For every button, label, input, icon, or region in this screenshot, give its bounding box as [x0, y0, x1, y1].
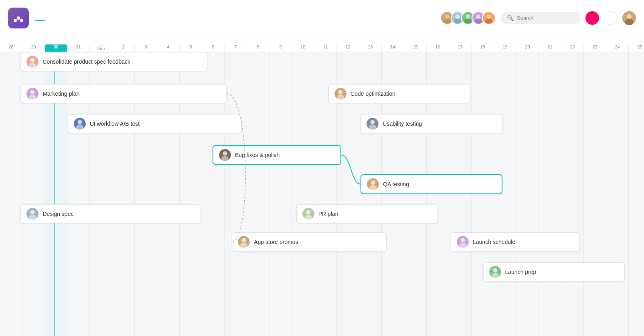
svg-point-33: [337, 95, 344, 100]
task-card-task-3[interactable]: UI workflow A/B test: [68, 114, 242, 133]
svg-point-7: [466, 14, 470, 19]
task-label-task-7: Usability testing: [383, 121, 422, 127]
task-card-task-7[interactable]: Usability testing: [360, 114, 502, 133]
svg-point-20: [30, 90, 35, 95]
date-cell-12: 12: [337, 44, 359, 52]
date-cell-22: 22: [561, 44, 584, 52]
svg-point-32: [338, 90, 343, 95]
task-card-task-10[interactable]: App store promos: [232, 232, 386, 251]
task-card-task-11[interactable]: Launch schedule: [451, 232, 579, 251]
date-cell-29: 29: [22, 44, 45, 52]
svg-point-5: [456, 14, 460, 19]
svg-point-30: [369, 185, 377, 190]
grid-col-7: [225, 52, 247, 336]
svg-point-10: [475, 18, 482, 23]
svg-point-4: [444, 18, 451, 23]
task-avatar-task-10: [238, 236, 250, 248]
task-avatar-task-12: [489, 266, 501, 278]
tab-more[interactable]: [103, 17, 112, 21]
date-cell-5: 5: [180, 44, 202, 52]
grid-col-24: [606, 52, 629, 336]
svg-point-21: [29, 95, 36, 100]
date-cell-20: 20: [516, 44, 539, 52]
tab-forms[interactable]: [91, 17, 101, 21]
task-card-task-4[interactable]: Bug fixes & polish: [213, 145, 341, 165]
date-cell-30: 30: [45, 44, 67, 52]
tab-timeline[interactable]: [35, 17, 45, 21]
svg-point-29: [371, 181, 375, 185]
task-card-task-1[interactable]: Consolidate product spec feedback: [20, 52, 207, 71]
task-label-task-1: Consolidate product spec feedback: [43, 58, 130, 65]
task-card-task-9[interactable]: PR plan: [296, 204, 438, 223]
svg-point-42: [305, 215, 312, 220]
svg-point-11: [487, 14, 491, 19]
task-label-task-8: Design spec: [43, 211, 73, 217]
svg-point-1: [14, 19, 17, 22]
task-label-task-12: Launch prep: [505, 269, 537, 275]
date-cell-10: 10: [292, 44, 314, 52]
svg-point-9: [476, 14, 481, 19]
task-avatar-task-7: [367, 118, 379, 130]
task-label-task-2: Marketing plan: [43, 91, 79, 97]
date-cell-9: 9: [269, 44, 292, 52]
svg-point-8: [464, 18, 472, 23]
task-avatar-task-6: [334, 88, 346, 100]
grid-col-22: [561, 52, 584, 336]
nav-tabs: [35, 17, 434, 21]
tab-calendar[interactable]: [69, 17, 79, 21]
task-avatar-task-5: [367, 178, 379, 190]
avatar-5[interactable]: [482, 11, 496, 25]
task-label-task-4: Bug fixes & polish: [235, 152, 279, 158]
date-cell-21: 21: [539, 44, 561, 52]
add-button[interactable]: [585, 11, 599, 25]
task-avatar-task-9: [302, 208, 314, 220]
search-box[interactable]: 🔍: [500, 12, 581, 24]
tab-progress[interactable]: [80, 17, 90, 21]
search-icon: 🔍: [507, 15, 514, 21]
svg-point-12: [485, 18, 492, 23]
svg-point-27: [221, 156, 229, 161]
task-label-task-10: App store promos: [254, 239, 298, 245]
user-avatar[interactable]: [622, 11, 636, 25]
date-cell-23: 23: [584, 44, 606, 52]
app-logo[interactable]: [8, 8, 29, 28]
date-cell-31: 31: [67, 44, 90, 52]
date-cell-16: 16: [427, 44, 449, 52]
svg-point-44: [242, 238, 246, 243]
task-card-task-6[interactable]: Code optimization: [328, 84, 470, 103]
date-cell-17: 17: [449, 44, 472, 52]
task-avatar-task-2: [26, 88, 38, 100]
svg-point-0: [17, 16, 20, 20]
tab-list[interactable]: [47, 17, 56, 21]
svg-point-48: [459, 243, 466, 248]
grid-col-9: [269, 52, 292, 336]
task-label-task-11: Launch schedule: [473, 239, 515, 245]
task-label-task-9: PR plan: [318, 211, 338, 217]
task-card-task-12[interactable]: Launch prep: [483, 262, 625, 282]
date-cell-2: 2: [112, 44, 135, 52]
svg-point-3: [445, 14, 450, 19]
task-label-task-5: QA testing: [383, 181, 409, 187]
task-avatar-task-8: [26, 208, 38, 220]
svg-point-14: [627, 14, 632, 19]
task-card-task-2[interactable]: Marketing plan: [20, 84, 227, 103]
svg-point-17: [30, 58, 35, 62]
timeline-container: 28293031Sep12345678910111213141516171819…: [0, 36, 644, 336]
task-avatar-task-11: [457, 236, 469, 248]
help-button[interactable]: [604, 11, 618, 25]
grid-col-8: [247, 52, 269, 336]
date-cell-14: 14: [382, 44, 404, 52]
date-cell-7: 7: [225, 44, 247, 52]
svg-point-26: [223, 151, 227, 156]
date-cell-18: 18: [472, 44, 494, 52]
search-input[interactable]: [517, 15, 573, 21]
task-avatar-task-1: [26, 56, 38, 68]
task-card-task-5[interactable]: QA testing: [360, 174, 502, 194]
grid-col-21: [539, 52, 561, 336]
grid-col-23: [584, 52, 606, 336]
tab-board[interactable]: [58, 17, 67, 21]
svg-point-35: [371, 120, 375, 125]
task-card-task-8[interactable]: Design spec: [20, 204, 201, 223]
svg-point-6: [454, 18, 461, 23]
svg-point-51: [492, 273, 499, 278]
